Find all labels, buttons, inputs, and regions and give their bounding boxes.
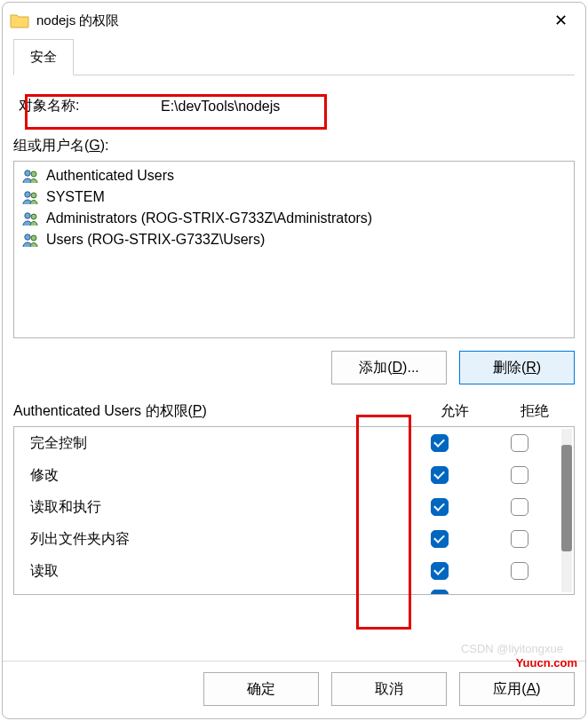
allow-checkbox[interactable] [431,562,449,580]
permission-name: 列出文件夹内容 [30,530,400,549]
permission-row: 读取 [14,555,560,587]
allow-checkbox[interactable] [431,590,449,594]
list-item[interactable]: Users (ROG-STRIX-G733Z\Users) [14,229,574,250]
tab-security[interactable]: 安全 [13,39,74,75]
allow-checkbox[interactable] [431,434,449,452]
list-item[interactable]: Authenticated Users [14,165,574,186]
svg-point-5 [31,214,36,219]
svg-point-0 [25,170,30,176]
svg-point-3 [31,193,36,198]
list-item-label: Users (ROG-STRIX-G733Z\Users) [46,232,265,248]
folder-icon [10,12,29,28]
list-item[interactable]: Administrators (ROG-STRIX-G733Z\Administ… [14,208,574,229]
allow-col-header: 允许 [415,402,495,421]
cancel-button[interactable]: 取消 [331,672,447,706]
allow-checkbox[interactable] [431,530,449,548]
svg-point-7 [31,235,36,241]
footer-buttons: 确定 取消 应用(A) [3,661,585,718]
dialog-body: 安全 对象名称: E:\devTools\nodejs 组或用户名(G): Au… [3,38,585,661]
watermark-yuucn: Yuucn.com [516,656,577,670]
svg-point-2 [25,192,30,197]
permission-row: 修改 [14,459,560,491]
allow-checkbox[interactable] [431,466,449,484]
groups-label: 组或用户名(G): [13,137,575,155]
permissions-header: Authenticated Users 的权限(P) 允许 拒绝 [13,402,575,421]
permissions-rows: 完全控制修改读取和执行列出文件夹内容读取 [14,427,560,594]
svg-point-4 [25,213,30,218]
deny-checkbox[interactable] [511,562,528,580]
ok-button[interactable]: 确定 [203,672,319,706]
permissions-grid: 完全控制修改读取和执行列出文件夹内容读取 [13,426,575,595]
permission-row: 列出文件夹内容 [14,523,560,555]
object-name-label: 对象名称: [19,97,161,115]
allow-checkbox[interactable] [431,498,449,516]
svg-point-1 [31,171,36,177]
permission-row: 完全控制 [14,427,560,459]
groups-listbox[interactable]: Authenticated UsersSYSTEMAdministrators … [13,161,575,338]
deny-checkbox[interactable] [511,498,528,516]
deny-checkbox[interactable] [511,530,528,548]
permissions-dialog: nodejs 的权限 ✕ 安全 对象名称: E:\devTools\nodejs… [2,2,586,719]
watermark-csdn: CSDN @liyitongxue [461,642,563,655]
permission-row: 读取和执行 [14,491,560,523]
permission-name: 读取 [30,562,400,581]
permission-name: 读取和执行 [30,498,400,517]
group-buttons-row: 添加(D)... 删除(R) [13,351,575,384]
window-title: nodejs 的权限 [36,12,543,29]
deny-col-header: 拒绝 [495,402,575,421]
list-item-label: SYSTEM [46,189,105,205]
apply-button[interactable]: 应用(A) [459,672,575,706]
object-name-row: 对象名称: E:\devTools\nodejs [13,91,575,121]
scrollbar-track[interactable] [561,429,572,592]
list-item-label: Authenticated Users [46,168,174,184]
object-name-value: E:\devTools\nodejs [161,99,280,115]
permission-name: 完全控制 [30,434,400,453]
permission-name: 修改 [30,466,400,485]
close-button[interactable]: ✕ [543,11,578,30]
deny-checkbox[interactable] [511,466,528,484]
tab-row: 安全 [13,38,575,75]
remove-button[interactable]: 删除(R) [459,351,575,384]
permissions-label: Authenticated Users 的权限(P) [13,402,415,421]
list-item-label: Administrators (ROG-STRIX-G733Z\Administ… [46,210,372,226]
list-item[interactable]: SYSTEM [14,186,574,208]
deny-checkbox[interactable] [511,434,528,452]
add-button[interactable]: 添加(D)... [331,351,447,384]
svg-point-6 [25,234,30,240]
titlebar: nodejs 的权限 ✕ [3,3,585,38]
scrollbar-thumb[interactable] [561,445,572,551]
